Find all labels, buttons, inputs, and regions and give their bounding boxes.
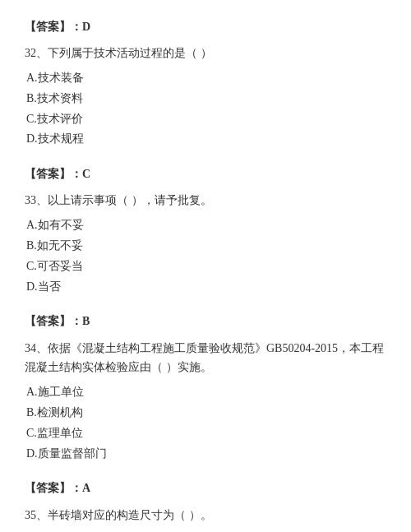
answer-35: 【答案】：A <box>25 478 386 498</box>
option-33-d: D.当否 <box>26 277 386 297</box>
option-32-d: D.技术规程 <box>26 129 386 149</box>
answer-32: 【答案】：D <box>25 16 386 37</box>
option-32-c: C.技术评价 <box>26 109 386 129</box>
option-33-a: A.如有不妥 <box>26 215 386 235</box>
question-32-text: 32、下列属于技术活动过程的是（ ） <box>25 44 386 63</box>
question-34-text: 34、依据《混凝土结构工程施工质量验收规范》GB50204-2015，本工程混凝… <box>25 339 386 378</box>
section-33: 【答案】：C 33、以上请示事项（ ），请予批复。 A.如有不妥 B.如无不妥 … <box>25 164 386 296</box>
question-35-text: 35、半砖墙对应的构造尺寸为（ ）。 <box>25 506 386 525</box>
option-33-b: B.如无不妥 <box>26 236 386 256</box>
answer-33: 【答案】：C <box>25 164 386 184</box>
option-32-a: A.技术装备 <box>26 68 386 88</box>
answer-bracket-33: 【答案】：C <box>25 168 90 180</box>
answer-34: 【答案】：B <box>25 311 386 331</box>
option-34-b: B.检测机构 <box>26 403 386 423</box>
answer-bracket-35: 【答案】：A <box>25 482 90 494</box>
section-34: 【答案】：B 34、依据《混凝土结构工程施工质量验收规范》GB50204-201… <box>25 311 386 463</box>
content-container: 【答案】：D 32、下列属于技术活动过程的是（ ） A.技术装备 B.技术资料 … <box>25 16 386 532</box>
option-34-c: C.监理单位 <box>26 423 386 443</box>
question-33-text: 33、以上请示事项（ ），请予批复。 <box>25 191 386 210</box>
option-32-b: B.技术资料 <box>26 89 386 109</box>
section-35: 【答案】：A 35、半砖墙对应的构造尺寸为（ ）。 A.115mm B.178m… <box>25 478 386 532</box>
option-34-a: A.施工单位 <box>26 382 386 402</box>
option-34-d: D.质量监督部门 <box>26 444 386 464</box>
section-32: 【答案】：D 32、下列属于技术活动过程的是（ ） A.技术装备 B.技术资料 … <box>25 16 386 149</box>
answer-bracket-34: 【答案】：B <box>25 315 90 327</box>
option-33-c: C.可否妥当 <box>26 257 386 276</box>
answer-bracket-32: 【答案】：D <box>25 21 90 33</box>
